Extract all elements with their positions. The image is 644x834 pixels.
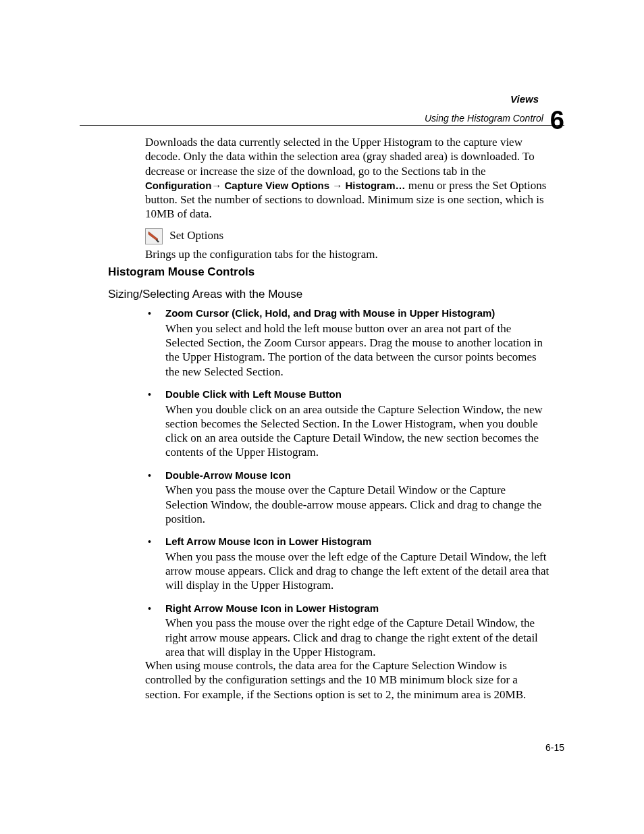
header-rule (80, 125, 564, 126)
bullet-icon: • (148, 603, 151, 615)
menu-capture-view-options: Capture View Options (221, 180, 332, 191)
bullet-icon: • (148, 308, 151, 320)
list-item-head: Double-Arrow Mouse Icon (165, 469, 549, 482)
bullet-list: • Zoom Cursor (Click, Hold, and Drag wit… (145, 307, 549, 669)
header-subtitle: Using the Histogram Control (425, 113, 543, 125)
list-item: • Double Click with Left Mouse Button Wh… (145, 388, 549, 460)
list-item-body: When you double click on an area outside… (165, 403, 543, 459)
menu-configuration: Configuration (145, 180, 211, 191)
list-item-body: When you pass the mouse over the left ed… (165, 550, 549, 592)
section-heading: Histogram Mouse Controls (108, 265, 254, 279)
list-item: • Left Arrow Mouse Icon in Lower Histogr… (145, 536, 549, 593)
list-item-body: When you pass the mouse over the right e… (165, 617, 538, 658)
list-item-body: When you pass the mouse over the Capture… (165, 484, 541, 525)
header-title: Views (425, 93, 539, 106)
bullet-icon: • (148, 470, 151, 482)
page: Views Using the Histogram Control 6 Down… (0, 0, 644, 834)
set-options-desc: Brings up the configuration tabs for the… (145, 247, 549, 261)
menu-histogram: Histogram… (342, 180, 405, 191)
list-item-body: When you select and hold the left mouse … (165, 322, 543, 378)
running-header: Views Using the Histogram Control 6 (425, 93, 564, 132)
list-item-head: Zoom Cursor (Click, Hold, and Drag with … (165, 307, 549, 320)
intro-text-a: Downloads the data currently selected in… (145, 136, 535, 178)
list-item-head: Right Arrow Mouse Icon in Lower Histogra… (165, 602, 549, 615)
chapter-number: 6 (550, 107, 564, 133)
intro-paragraph: Downloads the data currently selected in… (145, 135, 549, 221)
bullet-icon: • (148, 389, 151, 401)
arrow-icon: → (211, 180, 221, 191)
set-options-label: Set Options (169, 229, 223, 242)
bullet-icon: • (148, 536, 151, 548)
set-options-icon (145, 228, 163, 244)
list-item: • Zoom Cursor (Click, Hold, and Drag wit… (145, 307, 549, 379)
list-item-head: Double Click with Left Mouse Button (165, 388, 549, 401)
list-item: • Right Arrow Mouse Icon in Lower Histog… (145, 602, 549, 660)
page-number: 6-15 (545, 742, 564, 753)
set-options-row: Set Options (145, 228, 549, 244)
list-item-head: Left Arrow Mouse Icon in Lower Histogram (165, 536, 549, 548)
list-item: • Double-Arrow Mouse Icon When you pass … (145, 469, 549, 527)
body-text: Downloads the data currently selected in… (145, 135, 549, 264)
subsection-heading: Sizing/Selecting Areas with the Mouse (108, 288, 302, 301)
arrow-icon: → (332, 180, 342, 191)
svg-marker-0 (149, 232, 158, 240)
closing-paragraph: When using mouse controls, the data area… (145, 658, 549, 702)
